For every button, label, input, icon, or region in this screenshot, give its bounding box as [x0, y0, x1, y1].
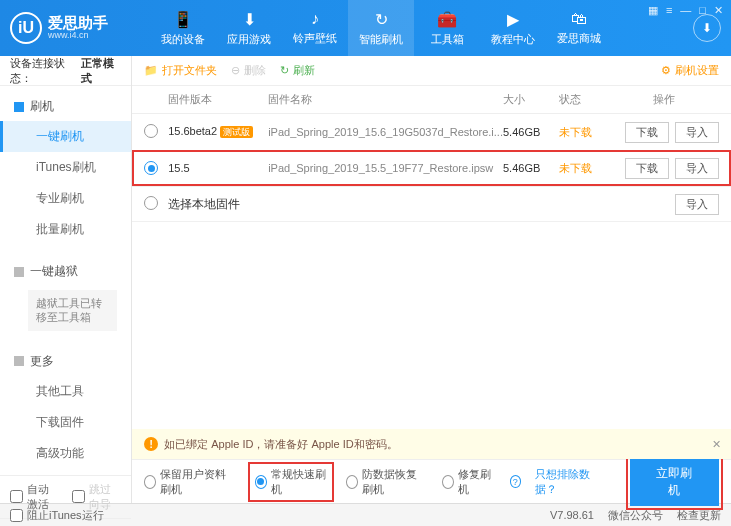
nav-icon: 🛍: [571, 10, 587, 28]
nav-item-1[interactable]: ⬇应用游戏: [216, 0, 282, 56]
block-itunes-checkbox[interactable]: [10, 509, 23, 522]
option-anti-recovery[interactable]: 防数据恢复刷机: [346, 467, 428, 497]
sidebar-flash-item[interactable]: iTunes刷机: [0, 152, 131, 183]
app-name: 爱思助手: [48, 15, 108, 32]
local-firmware-row: 选择本地固件 导入: [132, 186, 731, 222]
nav-icon: 🧰: [437, 10, 457, 29]
warning-icon: !: [144, 437, 158, 451]
import-local-button[interactable]: 导入: [675, 194, 719, 215]
open-folder-button[interactable]: 📁打开文件夹: [144, 63, 217, 78]
nav-icon: ↻: [375, 10, 388, 29]
download-icon[interactable]: ⬇: [693, 14, 721, 42]
sidebar-group-flash[interactable]: 刷机: [0, 92, 131, 121]
check-update-button[interactable]: 检查更新: [677, 508, 721, 523]
main-content: 📁打开文件夹 ⊖删除 ↻刷新 ⚙刷机设置 固件版本 固件名称 大小 状态 操作 …: [132, 56, 731, 503]
download-button[interactable]: 下载: [625, 122, 669, 143]
close-button[interactable]: ✕: [714, 4, 723, 17]
sidebar-more-item[interactable]: 高级功能: [0, 438, 131, 469]
menu-icon[interactable]: ≡: [666, 4, 672, 17]
sidebar-group-jailbreak[interactable]: 一键越狱: [0, 257, 131, 286]
sidebar-flash-item[interactable]: 一键刷机: [0, 121, 131, 152]
nav-icon: ⬇: [243, 10, 256, 29]
appleid-warning: ! 如已绑定 Apple ID，请准备好 Apple ID和密码。 ✕: [132, 429, 731, 459]
sidebar: 设备连接状态：正常模式 刷机 一键刷机iTunes刷机专业刷机批量刷机 一键越狱…: [0, 56, 132, 503]
toolbar: 📁打开文件夹 ⊖删除 ↻刷新 ⚙刷机设置: [132, 56, 731, 86]
nav-item-6[interactable]: 🛍爱思商城: [546, 0, 612, 56]
skip-guide-checkbox[interactable]: [72, 490, 85, 503]
folder-icon: 📁: [144, 64, 158, 77]
firmware-radio[interactable]: [144, 124, 158, 138]
table-header: 固件版本 固件名称 大小 状态 操作: [132, 86, 731, 114]
sidebar-flash-item[interactable]: 专业刷机: [0, 183, 131, 214]
nav-icon: ▶: [507, 10, 519, 29]
titlebar: ▦ ≡ — □ ✕ iU 爱思助手 www.i4.cn 📱我的设备⬇应用游戏♪铃…: [0, 0, 731, 56]
exclude-data-link[interactable]: 只想排除数据？: [535, 467, 601, 497]
sidebar-flash-item[interactable]: 批量刷机: [0, 214, 131, 245]
app-logo: iU 爱思助手 www.i4.cn: [10, 12, 150, 44]
nav-icon: ♪: [311, 10, 319, 28]
window-controls: ▦ ≡ — □ ✕: [648, 4, 723, 17]
option-normal-flash[interactable]: 常规快速刷机: [250, 464, 333, 500]
import-button[interactable]: 导入: [675, 158, 719, 179]
refresh-icon: ↻: [280, 64, 289, 77]
sidebar-more-item[interactable]: 其他工具: [0, 376, 131, 407]
app-url: www.i4.cn: [48, 31, 108, 41]
grid-icon[interactable]: ▦: [648, 4, 658, 17]
main-nav: 📱我的设备⬇应用游戏♪铃声壁纸↻智能刷机🧰工具箱▶教程中心🛍爱思商城: [150, 0, 685, 56]
nav-item-4[interactable]: 🧰工具箱: [414, 0, 480, 56]
maximize-button[interactable]: □: [699, 4, 706, 17]
delete-icon: ⊖: [231, 64, 240, 77]
nav-item-2[interactable]: ♪铃声壁纸: [282, 0, 348, 56]
firmware-row[interactable]: 15.5 iPad_Spring_2019_15.5_19F77_Restore…: [132, 150, 731, 186]
nav-item-5[interactable]: ▶教程中心: [480, 0, 546, 56]
firmware-radio[interactable]: [144, 161, 158, 175]
flash-settings-button[interactable]: ⚙刷机设置: [661, 63, 719, 78]
wechat-link[interactable]: 微信公众号: [608, 508, 663, 523]
start-flash-button[interactable]: 立即刷机: [630, 458, 719, 506]
option-keep-data[interactable]: 保留用户资料刷机: [144, 467, 235, 497]
nav-item-3[interactable]: ↻智能刷机: [348, 0, 414, 56]
local-firmware-radio[interactable]: [144, 196, 158, 210]
minimize-button[interactable]: —: [680, 4, 691, 17]
gear-icon: ⚙: [661, 64, 671, 77]
sidebar-more-item[interactable]: 下载固件: [0, 407, 131, 438]
delete-button: ⊖删除: [231, 63, 266, 78]
sidebar-group-more[interactable]: 更多: [0, 347, 131, 376]
nav-item-0[interactable]: 📱我的设备: [150, 0, 216, 56]
logo-icon: iU: [10, 12, 42, 44]
firmware-row[interactable]: 15.6beta2测试版 iPad_Spring_2019_15.6_19G50…: [132, 114, 731, 150]
connection-status: 设备连接状态：正常模式: [0, 56, 131, 86]
close-warning-button[interactable]: ✕: [712, 438, 721, 451]
version-label: V7.98.61: [550, 509, 594, 521]
auto-activate-checkbox[interactable]: [10, 490, 23, 503]
import-button[interactable]: 导入: [675, 122, 719, 143]
download-button[interactable]: 下载: [625, 158, 669, 179]
nav-icon: 📱: [173, 10, 193, 29]
refresh-button[interactable]: ↻刷新: [280, 63, 315, 78]
flash-options: 保留用户资料刷机 常规快速刷机 防数据恢复刷机 修复刷机 ? 只想排除数据？ 立…: [132, 459, 731, 503]
option-repair[interactable]: 修复刷机: [442, 467, 496, 497]
info-icon[interactable]: ?: [510, 475, 522, 488]
jailbreak-note: 越狱工具已转移至工具箱: [28, 290, 117, 331]
